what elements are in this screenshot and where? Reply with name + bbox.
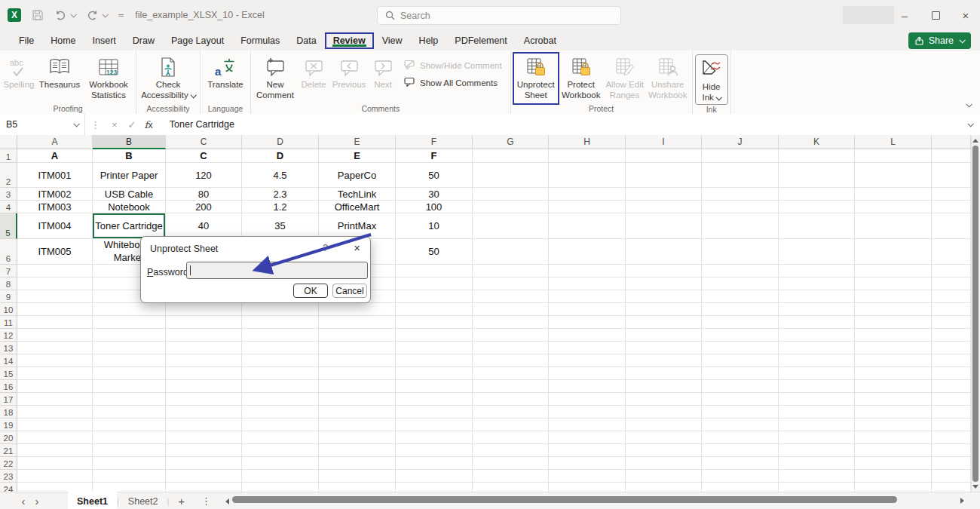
kebab-icon[interactable]: ⋮ — [85, 119, 106, 130]
cell-G19[interactable] — [473, 419, 549, 431]
cell-J18[interactable] — [702, 406, 779, 419]
cell-K13[interactable] — [779, 342, 855, 354]
cell-H17[interactable] — [549, 393, 626, 406]
row-header-1[interactable]: 1 — [0, 149, 17, 163]
cell-E17[interactable] — [319, 393, 396, 406]
cell-C15[interactable] — [166, 367, 242, 380]
cell-I12[interactable] — [626, 329, 702, 342]
cell-A20[interactable] — [17, 431, 93, 444]
cell-I14[interactable] — [626, 354, 702, 367]
cell-F12[interactable] — [396, 329, 473, 342]
row-header-18[interactable]: 18 — [0, 406, 17, 419]
cell-G15[interactable] — [473, 367, 549, 380]
cell-F16[interactable] — [396, 380, 473, 393]
cell-J17[interactable] — [702, 393, 779, 406]
cell-L23[interactable] — [855, 470, 932, 483]
cell-K23[interactable] — [779, 470, 855, 483]
row-header-21[interactable]: 21 — [0, 444, 17, 457]
avatar[interactable] — [843, 6, 894, 24]
cell-H3[interactable] — [549, 188, 626, 201]
cell-F7[interactable] — [396, 265, 473, 277]
dialog-help-icon[interactable]: ? — [323, 243, 328, 253]
cell-G3[interactable] — [473, 188, 549, 201]
scroll-down-icon[interactable] — [972, 485, 978, 489]
cell-E12[interactable] — [319, 329, 396, 342]
cell-J14[interactable] — [702, 354, 779, 367]
cell-C5[interactable]: 40 — [166, 213, 242, 239]
cell-C23[interactable] — [166, 470, 242, 483]
cell-H1[interactable] — [549, 149, 626, 163]
customize-toolbar-icon[interactable]: ≂ — [118, 11, 124, 20]
cell-J9[interactable] — [702, 290, 779, 303]
sheet-tab-sheet1[interactable]: Sheet1 — [68, 491, 117, 509]
cell-I22[interactable] — [626, 457, 702, 470]
cell-A23[interactable] — [17, 470, 93, 483]
thesaurus-button[interactable]: Thesaurus — [35, 53, 84, 104]
cell-F4[interactable]: 100 — [396, 201, 473, 213]
cell-K9[interactable] — [779, 290, 855, 303]
cell-G20[interactable] — [473, 431, 549, 444]
cell-G11[interactable] — [473, 316, 549, 329]
cell-J24[interactable] — [702, 483, 779, 492]
row-header-4[interactable]: 4 — [0, 201, 17, 213]
cell-D11[interactable] — [242, 316, 319, 329]
cell-I6[interactable] — [626, 239, 702, 265]
excel-logo-icon[interactable]: X — [8, 8, 21, 22]
cell-G21[interactable] — [473, 444, 549, 457]
cell-E5[interactable]: PrintMax — [319, 213, 396, 239]
new-comment-button[interactable]: New Comment — [253, 53, 297, 104]
cell-J2[interactable] — [702, 163, 779, 188]
cell-I3[interactable] — [626, 188, 702, 201]
cell-C22[interactable] — [166, 457, 242, 470]
cell-K20[interactable] — [779, 431, 855, 444]
cell-A6[interactable]: ITM005 — [17, 239, 93, 265]
minimize-button[interactable]: – — [892, 0, 917, 30]
cell-I11[interactable] — [626, 316, 702, 329]
cell-F5[interactable]: 10 — [396, 213, 473, 239]
row-header-24[interactable]: 24 — [0, 483, 17, 492]
cell-L16[interactable] — [855, 380, 932, 393]
restore-button[interactable] — [923, 0, 948, 30]
cell-A9[interactable] — [17, 290, 93, 303]
cell-D17[interactable] — [242, 393, 319, 406]
cell-B2[interactable]: Printer Paper — [93, 163, 166, 188]
cell-C16[interactable] — [166, 380, 242, 393]
cell-A8[interactable] — [17, 277, 93, 290]
cell-E11[interactable] — [319, 316, 396, 329]
cell-I8[interactable] — [626, 277, 702, 290]
cell-L7[interactable] — [855, 265, 932, 277]
cell-C12[interactable] — [166, 329, 242, 342]
workbook-statistics-button[interactable]: 123Workbook Statistics — [84, 53, 133, 104]
cell-A16[interactable] — [17, 380, 93, 393]
cell-A15[interactable] — [17, 367, 93, 380]
cell-G13[interactable] — [473, 342, 549, 354]
cell-J1[interactable] — [702, 149, 779, 163]
cell-F17[interactable] — [396, 393, 473, 406]
cell-I10[interactable] — [626, 303, 702, 316]
tab-page-layout[interactable]: Page Layout — [163, 32, 232, 49]
cell-F18[interactable] — [396, 406, 473, 419]
hscroll-left-icon[interactable] — [225, 498, 229, 504]
cell-K4[interactable] — [779, 201, 855, 213]
row-header-16[interactable]: 16 — [0, 380, 17, 393]
chevron-down-icon[interactable] — [73, 121, 79, 127]
redo-icon[interactable] — [86, 10, 107, 21]
cell-J16[interactable] — [702, 380, 779, 393]
cell-B4[interactable]: Notebook — [93, 201, 166, 213]
cell-K19[interactable] — [779, 419, 855, 431]
cell-K2[interactable] — [779, 163, 855, 188]
cell-B20[interactable] — [93, 431, 166, 444]
cell-D4[interactable]: 1.2 — [242, 201, 319, 213]
cell-F11[interactable] — [396, 316, 473, 329]
cell-J22[interactable] — [702, 457, 779, 470]
cell-E2[interactable]: PaperCo — [319, 163, 396, 188]
row-header-23[interactable]: 23 — [0, 470, 17, 483]
cell-B21[interactable] — [93, 444, 166, 457]
cell-F8[interactable] — [396, 277, 473, 290]
cell-K17[interactable] — [779, 393, 855, 406]
tab-home[interactable]: Home — [42, 32, 84, 49]
cell-G7[interactable] — [473, 265, 549, 277]
cell-L9[interactable] — [855, 290, 932, 303]
row-header-11[interactable]: 11 — [0, 316, 17, 329]
cell-B11[interactable] — [93, 316, 166, 329]
